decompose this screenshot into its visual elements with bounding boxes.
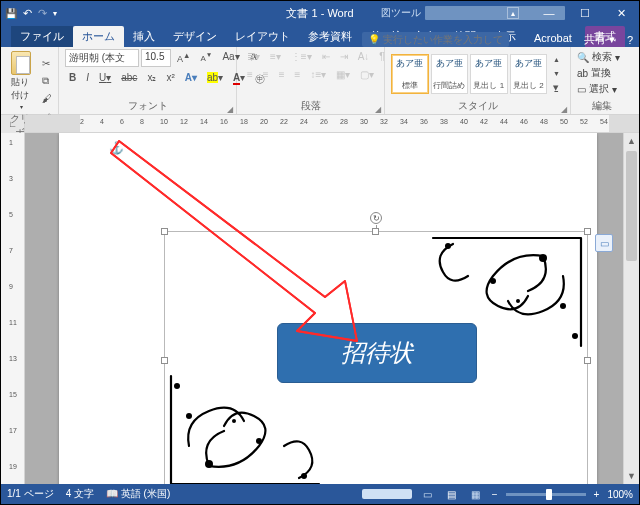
vertical-ruler[interactable]: 135791113151719 xyxy=(1,133,25,484)
line-spacing-button[interactable]: ↕≡▾ xyxy=(306,67,330,82)
tab-acrobat[interactable]: Acrobat xyxy=(525,29,581,47)
save-icon[interactable]: 💾 xyxy=(5,8,17,19)
bold-button[interactable]: B xyxy=(65,70,80,88)
document-canvas[interactable]: ⚓ ▭ xyxy=(25,133,623,484)
text-effects-button[interactable]: A▾ xyxy=(181,70,201,88)
scroll-thumb[interactable] xyxy=(626,151,637,261)
svg-point-9 xyxy=(301,473,307,479)
style-heading1[interactable]: あア亜見出し 1 xyxy=(470,54,508,94)
page[interactable]: ⚓ ▭ xyxy=(59,133,597,484)
font-launcher-icon[interactable]: ◢ xyxy=(227,105,233,114)
styles-launcher-icon[interactable]: ◢ xyxy=(561,105,567,114)
resize-handle-l[interactable] xyxy=(161,357,168,364)
cut-icon[interactable]: ✂ xyxy=(38,56,56,71)
replace-button[interactable]: ab置換 xyxy=(577,65,611,81)
paste-button[interactable]: 貼り付け ▾ xyxy=(7,49,35,112)
zoom-level[interactable]: 100% xyxy=(607,489,633,500)
tab-home[interactable]: ホーム xyxy=(73,26,124,47)
svg-point-5 xyxy=(516,299,520,303)
styles-up-icon[interactable]: ▲ xyxy=(549,54,564,65)
tab-insert[interactable]: 挿入 xyxy=(124,26,164,47)
select-button[interactable]: ▭選択▾ xyxy=(577,81,617,97)
vertical-scrollbar[interactable]: ▲ ▼ xyxy=(623,133,639,484)
rotate-handle[interactable] xyxy=(370,212,382,224)
tab-design[interactable]: デザイン xyxy=(164,26,226,47)
view-read-icon[interactable]: ▭ xyxy=(420,487,436,501)
tell-me-box[interactable]: 💡 xyxy=(362,32,509,47)
zoom-in-button[interactable]: + xyxy=(594,489,600,500)
anchor-icon: ⚓ xyxy=(109,141,124,155)
scroll-down-icon[interactable]: ▼ xyxy=(624,468,639,484)
styles-down-icon[interactable]: ▼ xyxy=(549,68,564,79)
style-normal[interactable]: あア亜標準 xyxy=(391,54,429,94)
font-name-select[interactable]: 游明朝 (本文 xyxy=(65,49,139,67)
layout-options-icon[interactable]: ▭ xyxy=(595,234,613,252)
numbering-button[interactable]: ≡▾ xyxy=(266,49,285,64)
contextual-tab-label: 図ツール xyxy=(381,6,421,20)
borders-button[interactable]: ▢▾ xyxy=(356,67,378,82)
title-shape[interactable]: 招待状 xyxy=(277,323,477,383)
horizontal-scroll[interactable] xyxy=(362,489,412,499)
zoom-out-button[interactable]: − xyxy=(492,489,498,500)
align-left-button[interactable]: ≡ xyxy=(243,67,257,82)
copy-icon[interactable]: ⧉ xyxy=(38,73,56,89)
help-icon[interactable]: ? xyxy=(627,34,633,46)
para-launcher-icon[interactable]: ◢ xyxy=(375,105,381,114)
resize-handle-t[interactable] xyxy=(372,228,379,235)
word-count[interactable]: 4 文字 xyxy=(66,487,94,501)
style-heading2[interactable]: あア亜見出し 2 xyxy=(510,54,548,94)
shading-button[interactable]: ▦▾ xyxy=(332,67,354,82)
horizontal-ruler[interactable]: 2468101214161820222426283032343638404244… xyxy=(25,115,639,133)
underline-button[interactable]: U▾ xyxy=(95,70,115,88)
bullets-button[interactable]: ≣▾ xyxy=(243,49,264,64)
page-count[interactable]: 1/1 ページ xyxy=(7,487,54,501)
highlight-button[interactable]: ab▾ xyxy=(203,70,227,88)
align-right-button[interactable]: ≡ xyxy=(275,67,289,82)
close-button[interactable]: ✕ xyxy=(603,1,639,25)
tab-references[interactable]: 参考資料 xyxy=(299,26,361,47)
replace-icon: ab xyxy=(577,68,588,79)
zoom-slider[interactable] xyxy=(506,493,586,496)
ribbon-options-icon[interactable]: ▴ xyxy=(495,1,531,25)
resize-handle-r[interactable] xyxy=(584,357,591,364)
redo-icon[interactable]: ↷ xyxy=(38,7,47,20)
tab-file[interactable]: ファイル xyxy=(11,26,73,47)
styles-more-icon[interactable]: ▼̲ xyxy=(549,82,564,94)
qat-more-icon[interactable]: ▾ xyxy=(53,9,57,18)
view-web-icon[interactable]: ▦ xyxy=(468,487,484,501)
indent-inc-button[interactable]: ⇥ xyxy=(336,49,352,64)
tab-layout[interactable]: レイアウト xyxy=(226,26,299,47)
svg-point-11 xyxy=(232,419,236,423)
subscript-button[interactable]: x₂ xyxy=(143,70,160,88)
italic-button[interactable]: I xyxy=(82,70,93,88)
search-icon: 🔍 xyxy=(577,52,589,63)
view-print-icon[interactable]: ▤ xyxy=(444,487,460,501)
resize-handle-tr[interactable] xyxy=(584,228,591,235)
minimize-button[interactable]: — xyxy=(531,1,567,25)
undo-icon[interactable]: ↶ xyxy=(23,7,32,20)
maximize-button[interactable]: ☐ xyxy=(567,1,603,25)
tell-me-input[interactable] xyxy=(383,34,503,45)
flourish-bottom-left xyxy=(169,366,359,484)
strike-button[interactable]: abc xyxy=(117,70,141,88)
indent-dec-button[interactable]: ⇤ xyxy=(318,49,334,64)
font-size-select[interactable]: 10.5 xyxy=(141,49,171,67)
language-status[interactable]: 📖 英語 (米国) xyxy=(106,487,170,501)
align-justify-button[interactable]: ≡ xyxy=(291,67,305,82)
multilevel-button[interactable]: ⋮≡▾ xyxy=(287,49,316,64)
shrink-font-icon[interactable]: A▼ xyxy=(196,49,216,67)
align-center-button[interactable]: ≡ xyxy=(259,67,273,82)
sort-button[interactable]: A↓ xyxy=(354,49,374,64)
svg-point-6 xyxy=(205,460,213,468)
share-button[interactable]: 共有 ▾ xyxy=(584,32,615,47)
group-paragraph: ≣▾ ≡▾ ⋮≡▾ ⇤ ⇥ A↓ ¶ ≡ ≡ ≡ ≡ ↕≡▾ ▦▾ ▢▾ 段落◢ xyxy=(237,47,385,114)
svg-point-0 xyxy=(539,254,547,262)
superscript-button[interactable]: x² xyxy=(162,70,178,88)
format-painter-icon[interactable]: 🖌 xyxy=(38,91,56,106)
style-nospacing[interactable]: あア亜行間詰め xyxy=(431,54,469,94)
resize-handle-tl[interactable] xyxy=(161,228,168,235)
scroll-up-icon[interactable]: ▲ xyxy=(624,133,639,149)
find-button[interactable]: 🔍検索▾ xyxy=(577,49,620,65)
grow-font-icon[interactable]: A▲ xyxy=(173,49,194,67)
group-styles: あア亜標準 あア亜行間詰め あア亜見出し 1 あア亜見出し 2 ▲ ▼ ▼̲ ス… xyxy=(385,47,571,114)
